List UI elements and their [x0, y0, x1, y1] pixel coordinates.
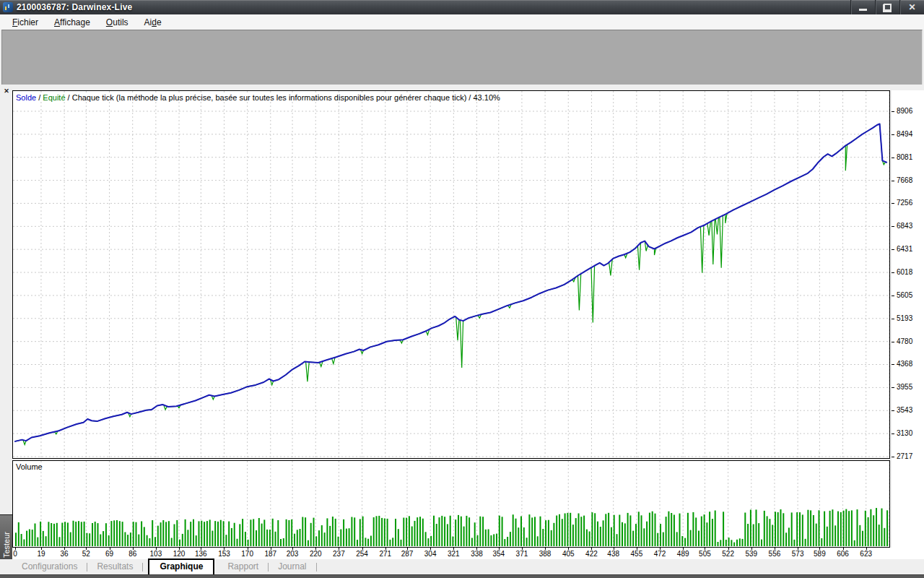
app-icon — [3, 2, 13, 12]
tab-separator — [268, 563, 269, 571]
x-axis-label: 455 — [631, 550, 643, 558]
window-title: 2100036787: Darwinex-Live — [17, 2, 132, 12]
y-axis-label: 3130 — [897, 429, 912, 437]
y-axis-label: 3955 — [897, 383, 912, 391]
y-tick — [892, 226, 894, 227]
balance-line — [15, 124, 886, 441]
y-tick — [892, 319, 894, 319]
price-chart[interactable]: Solde / Equité / Chaque tick (la méthode… — [12, 90, 890, 459]
x-axis-label: 36 — [61, 550, 69, 558]
x-axis-label: 573 — [792, 550, 804, 558]
title-bar[interactable]: 2100036787: Darwinex-Live ✕ — [0, 0, 924, 14]
minimize-icon — [859, 9, 867, 11]
price-chart-svg — [13, 91, 889, 458]
y-axis-label: 8494 — [897, 130, 912, 138]
y-tick — [892, 296, 894, 296]
y-tick — [892, 272, 894, 273]
y-axis-label: 3543 — [897, 406, 912, 414]
menu-item-aide[interactable]: Aide — [136, 16, 170, 29]
menu-bar: FichierAffichageOutilsAide — [0, 14, 924, 30]
y-tick — [892, 387, 894, 388]
tester-side-tab-label: Testeur — [2, 532, 11, 558]
y-axis-label: 7256 — [897, 199, 912, 207]
y-tick — [892, 158, 894, 158]
y-axis-label: 7668 — [897, 176, 912, 184]
y-tick — [892, 364, 894, 365]
x-axis: 0193652698610312013615317018720322023725… — [12, 548, 924, 559]
volume-bars — [15, 508, 889, 546]
x-axis-label: 103 — [150, 550, 162, 558]
x-axis-label: 220 — [310, 550, 322, 558]
x-axis-label: 505 — [699, 550, 711, 558]
chart-header: Solde / Equité / Chaque tick (la méthode… — [16, 93, 500, 102]
x-axis-label: 19 — [37, 550, 45, 558]
volume-chart[interactable]: Volume — [12, 460, 890, 548]
x-axis-label: 556 — [769, 550, 781, 558]
y-tick — [892, 457, 894, 457]
y-axis-label: 5193 — [897, 314, 912, 322]
x-axis-label: 287 — [401, 550, 414, 558]
y-axis-label: 6431 — [897, 245, 912, 253]
x-axis-label: 422 — [585, 550, 598, 558]
x-axis-label: 304 — [424, 550, 437, 558]
close-button[interactable]: ✕ — [899, 0, 924, 14]
header-separator: / — [36, 93, 43, 102]
equity-line — [15, 124, 886, 445]
y-tick — [892, 342, 894, 342]
menu-item-outils[interactable]: Outils — [98, 16, 136, 29]
x-axis-label: 153 — [218, 550, 230, 558]
y-axis-label: 8906 — [897, 107, 912, 115]
x-axis-label: 203 — [287, 550, 299, 558]
tab-graphique[interactable]: Graphique — [148, 558, 214, 574]
menu-item-affichage[interactable]: Affichage — [46, 16, 98, 29]
y-axis-label: 6843 — [897, 222, 912, 230]
x-axis-label: 405 — [562, 550, 575, 558]
y-axis-label: 4368 — [897, 360, 912, 368]
tester-tab-bar: ConfigurationsResultatsGraphiqueRapportJ… — [0, 559, 924, 574]
x-axis-label: 354 — [492, 550, 505, 558]
x-axis-label: 489 — [677, 550, 689, 558]
y-tick — [892, 203, 894, 204]
tab-separator — [142, 563, 143, 571]
minimize-button[interactable] — [850, 0, 875, 14]
x-axis-label: 0 — [13, 550, 17, 558]
y-tick — [892, 134, 894, 135]
y-tick — [892, 249, 894, 250]
x-axis-label: 388 — [539, 550, 552, 558]
tester-panel: ✕ Solde / Equité / Chaque tick (la métho… — [0, 85, 924, 578]
x-axis-label: 254 — [356, 550, 368, 558]
header-description: / Chaque tick (la méthode la plus précis… — [66, 93, 500, 102]
x-axis-label: 438 — [607, 550, 619, 558]
tab-configurations[interactable]: Configurations — [13, 559, 86, 574]
y-axis-label: 2717 — [897, 452, 912, 460]
x-axis-label: 52 — [82, 550, 90, 558]
y-tick — [892, 181, 894, 181]
menu-item-fichier[interactable]: Fichier — [4, 16, 46, 29]
x-axis-label: 472 — [654, 550, 666, 558]
equity-legend-label: Equité — [43, 93, 65, 102]
x-axis-label: 338 — [471, 550, 483, 558]
x-axis-label: 136 — [195, 550, 207, 558]
x-axis-label: 170 — [241, 550, 253, 558]
mdi-client-area — [1, 30, 923, 85]
tab-resultats[interactable]: Resultats — [88, 559, 141, 574]
x-axis-label: 237 — [333, 550, 345, 558]
close-icon: ✕ — [908, 3, 915, 12]
x-axis-label: 69 — [105, 550, 113, 558]
x-axis-label: 589 — [814, 550, 826, 558]
tab-separator — [316, 563, 317, 571]
tab-rapport[interactable]: Rapport — [219, 559, 267, 574]
x-axis-label: 321 — [448, 550, 460, 558]
restore-button[interactable] — [875, 0, 899, 14]
tester-close-icon[interactable]: ✕ — [2, 87, 11, 95]
tab-separator — [87, 563, 87, 571]
y-tick — [892, 434, 894, 434]
y-axis-label: 4780 — [897, 337, 912, 345]
x-axis-label: 187 — [264, 550, 276, 558]
x-axis-label: 371 — [516, 550, 528, 558]
window-controls: ✕ — [850, 0, 924, 14]
y-axis-label: 8081 — [897, 153, 912, 161]
x-axis-label: 623 — [860, 550, 872, 558]
y-axis-label: 5605 — [897, 291, 912, 299]
tab-journal[interactable]: Journal — [269, 559, 315, 574]
